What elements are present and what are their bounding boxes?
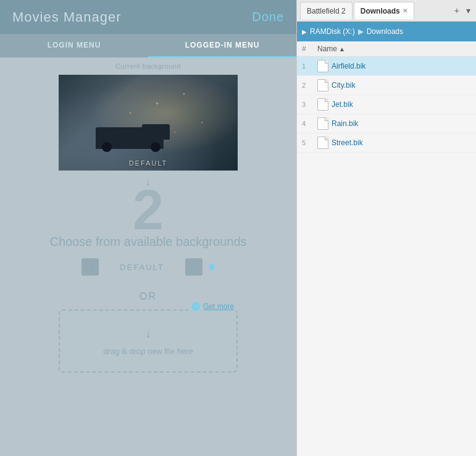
slider-current-label: DEFAULT [105,263,179,272]
col-name-label: Name [317,44,337,53]
background-preview: DEFAULT [59,75,238,171]
file-icon [317,117,328,130]
menu-tab-bar: LOGIN MENU LOGGED-IN MENU [0,34,296,57]
file-icon [317,60,328,72]
get-more-dot [191,302,200,311]
choose-background-text: Choose from available backgrounds [0,229,296,258]
col-header-name[interactable]: Name ▲ [317,44,471,53]
truck-wheel-front [102,142,112,152]
slider-next-button[interactable]: ▶ [185,258,203,276]
truck-silhouette [96,121,170,155]
breadcrumb-row: ▶ RAMDisk (X:) ▶ Downloads [297,22,476,41]
file-row-num: 5 [302,139,317,146]
file-row-name: City.bik [332,81,471,90]
breadcrumb-current-folder[interactable]: Downloads [367,27,403,36]
file-list-item[interactable]: 1 Airfield.bik [297,57,476,76]
file-list-header: # Name ▲ [297,41,476,57]
close-tab-icon[interactable]: ✕ [403,7,407,14]
current-bg-label: Current background [0,57,296,75]
tab-battlefield2[interactable]: Battlefield 2 [300,2,353,19]
preview-label: DEFAULT [129,159,168,171]
breadcrumb-root[interactable]: RAMDisk (X:) [310,27,355,36]
drop-zone[interactable]: Get more ↓ drag & drop new file here [59,310,238,373]
file-icon [317,137,328,149]
tab-login-menu[interactable]: LOGIN MENU [0,34,148,57]
file-row-num: 1 [302,62,317,70]
tab-dropdown-button[interactable]: ▾ [464,4,473,17]
drop-arrow-icon: ↓ [145,326,151,340]
app-header: Movies Manager Done [0,0,296,34]
slider-dot-indicator [209,264,215,270]
or-divider: OR [0,288,296,310]
breadcrumb-expand-icon[interactable]: ▶ [302,28,307,35]
file-row-num: 3 [302,101,317,108]
file-list-item[interactable]: 3 Jet.bik [297,95,476,114]
left-panel: Movies Manager Done LOGIN MENU LOGGED-IN… [0,0,296,456]
right-panel-file-browser: Battlefield 2 Downloads ✕ + ▾ ▶ RAMDisk … [296,0,476,456]
drop-zone-text: drag & drop new file here [103,347,193,356]
truck-cab [142,124,170,140]
file-row-num: 4 [302,120,317,127]
tab-action-buttons: + ▾ [452,4,473,17]
slider-prev-button[interactable]: ◀ [81,258,99,276]
file-row-name: Airfield.bik [332,62,471,70]
tab-downloads-label: Downloads [361,7,400,15]
tab-downloads[interactable]: Downloads ✕ [354,2,414,19]
background-slider: ◀ DEFAULT ▶ [0,258,296,288]
col-header-num: # [302,44,317,53]
file-row-name: Jet.bik [332,100,471,109]
tab-logged-in-menu[interactable]: LOGGED-IN MENU [148,34,296,57]
file-list-item[interactable]: 2 City.bik [297,76,476,95]
new-tab-button[interactable]: + [452,4,462,17]
app-title: Movies Manager [12,9,122,25]
file-list: 1 Airfield.bik 2 City.bik 3 Jet.bik 4 Ra… [297,57,476,456]
truck-wheel-rear [151,142,161,152]
file-row-name: Street.bik [332,138,471,147]
get-more-label[interactable]: Get more [203,302,234,311]
tab-battlefield2-label: Battlefield 2 [307,7,346,15]
file-row-num: 2 [302,82,317,89]
file-tab-row: Battlefield 2 Downloads ✕ + ▾ [297,0,476,22]
done-button[interactable]: Done [252,10,284,24]
breadcrumb-separator: ▶ [358,27,364,36]
file-icon [317,79,328,91]
file-icon [317,98,328,111]
get-more-button[interactable]: Get more [188,302,237,311]
file-row-name: Rain.bik [332,119,471,128]
file-list-item[interactable]: 5 Street.bik [297,133,476,153]
sort-arrow-icon: ▲ [339,46,345,53]
file-list-item[interactable]: 4 Rain.bik [297,114,476,133]
